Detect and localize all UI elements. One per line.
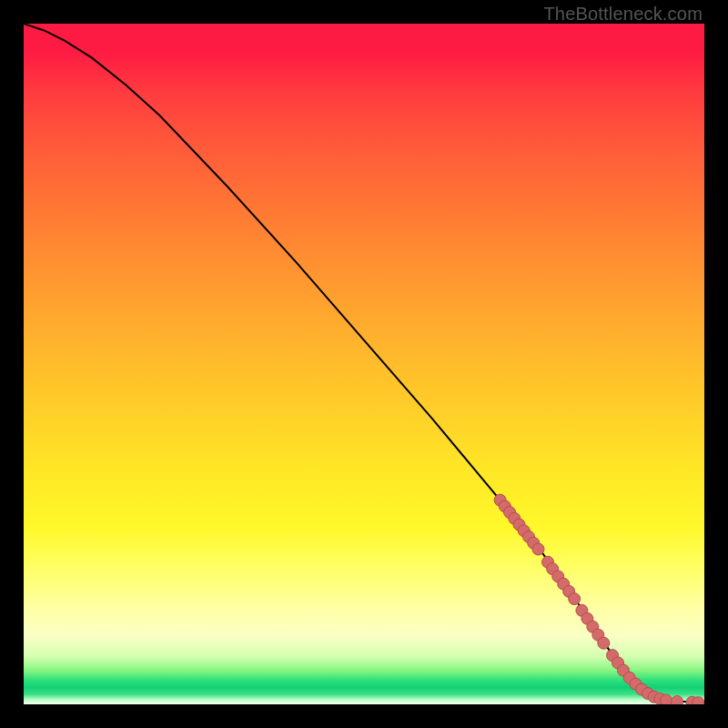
curve-marker (661, 694, 672, 704)
marker-group (494, 494, 704, 704)
curve-marker (672, 696, 683, 704)
curve-marker (693, 697, 704, 704)
curve-marker (569, 593, 581, 605)
curve-marker (532, 543, 544, 555)
chart-svg-layer (24, 24, 704, 704)
watermark-text: TheBottleneck.com (543, 4, 703, 25)
curve-marker (598, 637, 610, 649)
chart-stage: TheBottleneck.com (0, 0, 728, 728)
plot-area (24, 24, 704, 704)
bottleneck-curve-line (24, 24, 704, 703)
